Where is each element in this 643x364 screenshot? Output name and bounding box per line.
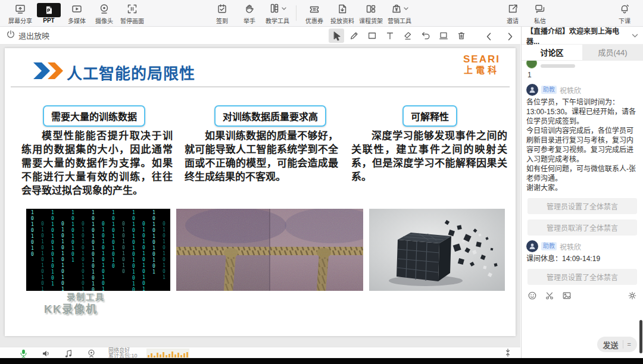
select-tool[interactable] bbox=[329, 29, 344, 43]
message-header: 助教 祝轶欣 bbox=[526, 240, 638, 252]
marketing-tools-icon bbox=[391, 2, 402, 15]
ppt-button[interactable]: PPT bbox=[35, 1, 63, 26]
delete-annotation-tool[interactable] bbox=[454, 29, 469, 43]
matrix-code-image: 0101010100101010101010101010101010101010… bbox=[26, 209, 170, 291]
undo-tool[interactable] bbox=[418, 29, 433, 43]
screen-share-label: 屏幕分享 bbox=[8, 16, 32, 25]
seari-logo-subtext: 上電科 bbox=[463, 65, 500, 76]
partial-message bbox=[526, 61, 638, 68]
limitation-heading-2: 对训练数据质量要求高 bbox=[214, 105, 326, 127]
webcam-button[interactable] bbox=[86, 348, 96, 359]
message-body: 课间休息：14:09-14:19 bbox=[526, 254, 638, 263]
image-icon[interactable] bbox=[562, 291, 572, 300]
text-tool[interactable] bbox=[382, 29, 398, 43]
chat-message-list[interactable]: 1 助教 祝轶欣 各位学员，下午培训时间为：13:00-15:30。课程已经开始… bbox=[522, 61, 643, 288]
eraser-tool[interactable] bbox=[400, 29, 416, 43]
emoji-icon[interactable] bbox=[527, 291, 537, 300]
teaching-tools-button[interactable]: 教学工具 bbox=[263, 1, 292, 26]
message-line: 各位学员，下午培训时间为：13:00-15:30。课程已经开始，请各位学员完成签… bbox=[526, 98, 638, 126]
unmute-notice: 管理员取消了全体禁言 bbox=[527, 219, 637, 236]
speaker-button[interactable] bbox=[40, 348, 51, 359]
avatar bbox=[526, 240, 538, 252]
end-class-icon bbox=[619, 2, 630, 16]
exit-projection-label: 退出放映 bbox=[18, 30, 49, 41]
music-button[interactable] bbox=[63, 348, 74, 359]
tab-discussion[interactable]: 讨论区 bbox=[522, 45, 582, 60]
recorder-watermark: 录制工具 KK录像机 bbox=[44, 292, 105, 316]
private-message-label: 私信 bbox=[534, 16, 546, 25]
username: 祝轶欣 bbox=[560, 241, 581, 252]
materials-icon bbox=[336, 2, 348, 16]
invite-icon bbox=[507, 2, 519, 16]
pause-frame-button[interactable]: 暂停画面 bbox=[118, 1, 146, 26]
clipped-name-placeholder bbox=[541, 64, 575, 68]
live-intro-dropdown[interactable]: 【直播介绍】欢迎来到上海电器... bbox=[522, 27, 643, 45]
multimedia-button[interactable]: 多媒体 bbox=[63, 1, 90, 26]
private-message-button[interactable]: 私信 bbox=[526, 1, 554, 26]
slide-toolbar: 退出放映 bbox=[0, 27, 520, 45]
mute-notice: 管理员设置了全体禁言 bbox=[527, 198, 637, 214]
avatar bbox=[526, 84, 538, 96]
end-class-button[interactable]: 下课 bbox=[611, 1, 638, 26]
live-chat-panel: 【直播介绍】欢迎来到上海电器... 讨论区 成员(44) 1 助教 祝轶欣 bbox=[521, 27, 643, 358]
assistant-badge: 助教 bbox=[541, 86, 557, 94]
camera-button[interactable]: 摄像头 bbox=[90, 1, 118, 26]
sign-in-icon bbox=[216, 2, 228, 16]
camera-icon bbox=[98, 2, 110, 16]
course-shelf-button[interactable]: 课程货架 bbox=[357, 1, 385, 26]
prev-slide-button[interactable] bbox=[483, 29, 494, 43]
disintegrating-cube-image bbox=[369, 209, 505, 291]
next-slide-button[interactable] bbox=[505, 29, 516, 43]
chat-input[interactable] bbox=[522, 303, 643, 335]
scrollbar-thumb[interactable] bbox=[639, 320, 642, 353]
message-header: 助教 祝轶欣 bbox=[526, 84, 638, 96]
coupon-button[interactable]: 优惠券 bbox=[301, 1, 328, 26]
course-shelf-label: 课程货架 bbox=[359, 16, 383, 25]
send-mode-toggle[interactable]: = bbox=[628, 341, 631, 348]
tab-members[interactable]: 成员(44) bbox=[582, 45, 643, 60]
seari-logo-text: SEARI bbox=[463, 54, 500, 65]
message-line: 如有任何问题，可与微信联系人-张老师沟通。 bbox=[526, 164, 638, 183]
message-line: 今日培训内容完成后，各位学员可刷新目录进行复习与考核，复习内容可参考复习视频。复… bbox=[526, 126, 638, 164]
network-status: 网络良好 累计丢包:10 bbox=[108, 348, 138, 359]
screenshot-scissors-icon[interactable] bbox=[545, 291, 554, 300]
exit-projection-icon bbox=[6, 30, 15, 41]
raise-hand-button[interactable]: 举手 bbox=[236, 1, 263, 26]
send-divider bbox=[623, 340, 623, 349]
limitation-heading-3: 可解释性 bbox=[402, 105, 457, 127]
chevron-down-icon bbox=[632, 32, 638, 40]
rectangle-tool[interactable] bbox=[364, 29, 380, 43]
limitation-body-1: 模型性能能否提升取决于训练用的数据集的大小，因此通常需要大量的数据作为支撑。如果… bbox=[21, 129, 173, 197]
exit-projection-button[interactable]: 退出放映 bbox=[6, 30, 49, 41]
status-bar: 网络良好 累计丢包:10 bbox=[0, 347, 520, 358]
limitation-heading-1: 需要大量的训练数据 bbox=[43, 105, 145, 127]
pause-frame-label: 暂停画面 bbox=[120, 16, 144, 25]
board-tool[interactable] bbox=[436, 29, 451, 43]
webinar-window: 屏幕分享 PPT 多媒体 摄像头 bbox=[0, 0, 643, 364]
username: 祝轶欣 bbox=[560, 85, 581, 95]
teaching-tools-icon bbox=[269, 2, 280, 15]
avatar bbox=[526, 61, 537, 68]
microphone-button[interactable] bbox=[18, 348, 29, 359]
ppt-icon bbox=[37, 3, 61, 17]
screen-share-button[interactable]: 屏幕分享 bbox=[6, 1, 35, 26]
ppt-slide: 人工智能的局限性 SEARI 上電科 需要大量的训练数据 对训练数据质量要求高 … bbox=[5, 48, 516, 336]
raise-hand-icon bbox=[244, 2, 255, 16]
marketing-tools-button[interactable]: 营销工具 bbox=[385, 1, 414, 26]
window-bottom-edge bbox=[0, 358, 643, 364]
seari-logo: SEARI 上電科 bbox=[463, 54, 500, 75]
private-message-icon bbox=[534, 2, 546, 16]
message-body: 各位学员，下午培训时间为：13:00-15:30。课程已经开始，请各位学员完成签… bbox=[526, 98, 638, 193]
sign-in-button[interactable]: 签到 bbox=[208, 1, 236, 26]
pen-tool[interactable] bbox=[347, 29, 362, 43]
materials-button[interactable]: 投放资料 bbox=[328, 1, 357, 26]
send-label: 发送 bbox=[603, 339, 619, 350]
live-intro-title: 【直播介绍】欢迎来到上海电器... bbox=[526, 26, 632, 46]
settings-gear-icon[interactable] bbox=[628, 291, 637, 300]
ppt-label: PPT bbox=[43, 17, 54, 24]
mute-notice: 管理员设置了全体禁言 bbox=[527, 269, 637, 285]
invite-label: 邀请 bbox=[507, 16, 519, 25]
send-button[interactable]: 发送 = bbox=[597, 337, 637, 352]
invite-button[interactable]: 邀请 bbox=[499, 1, 526, 26]
limitation-body-2: 如果训练数据的质量不够好，就可能导致人工智能系统学到不全面或不正确的模型，可能会… bbox=[185, 129, 338, 184]
